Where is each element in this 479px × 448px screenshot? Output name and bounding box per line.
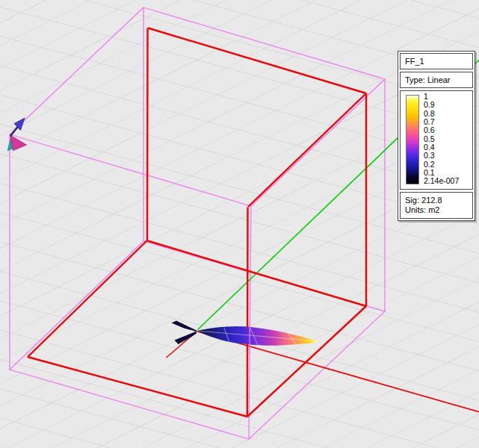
legend-type: Type: Linear xyxy=(405,75,451,84)
colorbar-tick: 0.6 xyxy=(424,126,459,134)
colorbar-tick: 0.3 xyxy=(424,152,459,160)
farfield-lobe xyxy=(172,321,319,346)
colorbar-tick: 0.5 xyxy=(424,135,459,143)
colorbar-tick: 0.9 xyxy=(424,101,459,109)
legend-stats-box: Sig: 212.8 Units: m2 xyxy=(400,192,473,219)
farfield-legend: FF_1 Type: Linear 1 0.9 0.8 0.7 0.6 0.5 … xyxy=(398,51,475,221)
colorbar-tick: 1 xyxy=(424,93,459,101)
colorbar-ticks: 1 0.9 0.8 0.7 0.6 0.5 0.4 0.3 0.2 0.1 2.… xyxy=(424,93,459,185)
colorbar-tick: 0.8 xyxy=(424,110,459,118)
triad-blue-shaft xyxy=(10,127,18,137)
colorbar-tick: 0.7 xyxy=(424,118,459,126)
legend-title-box: FF_1 xyxy=(400,53,473,69)
back-lobe xyxy=(172,321,197,345)
units-value: Units: m2 xyxy=(405,205,468,215)
bounding-box-wireframe xyxy=(10,7,385,439)
trihedral-reflector-wireframe xyxy=(28,28,366,417)
colorbar-tick: 0.2 xyxy=(424,161,459,169)
colorbar-tick: 0.1 xyxy=(424,169,459,177)
legend-type-box: Type: Linear xyxy=(400,72,473,88)
colorbar-tick: 2.14e-007 xyxy=(424,177,459,185)
legend-title: FF_1 xyxy=(405,57,424,66)
sigma-value: Sig: 212.8 xyxy=(405,196,468,205)
colorbar-tick: 0.4 xyxy=(424,143,459,152)
colorbar-gradient xyxy=(406,95,419,184)
x-axis-line xyxy=(167,332,479,413)
legend-colorbar-box: 1 0.9 0.8 0.7 0.6 0.5 0.4 0.3 0.2 0.1 2.… xyxy=(400,90,473,190)
viewport-3d[interactable]: FF_1 Type: Linear 1 0.9 0.8 0.7 0.6 0.5 … xyxy=(0,0,479,448)
